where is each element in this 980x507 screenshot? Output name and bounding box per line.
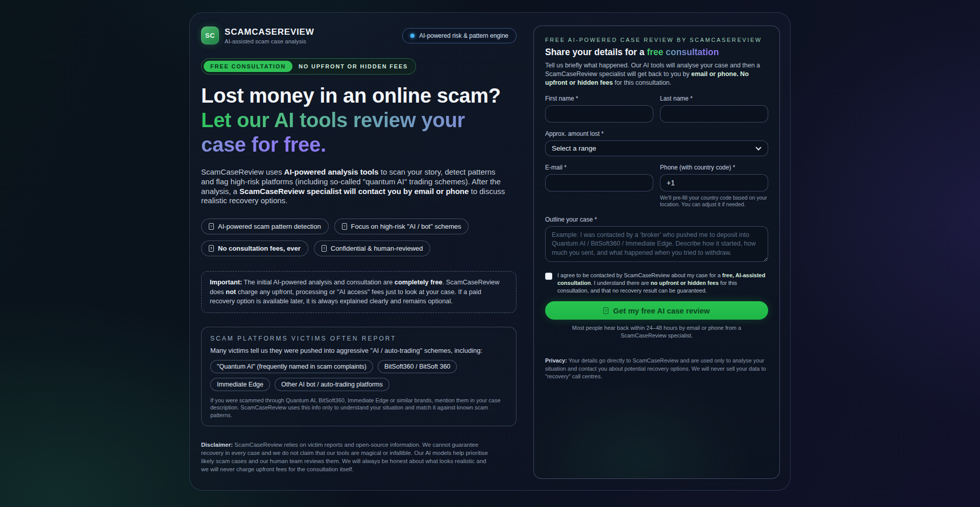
platform-chip: BitSoft360 / BitSoft 360 [378, 360, 457, 373]
feature-chip-label: No consultation fees, ever [218, 245, 301, 252]
form-title: Share your details for a free consultati… [545, 47, 768, 58]
feature-chips: AI-powered scam pattern detection Focus … [201, 219, 487, 256]
disclaimer: Disclaimer: ScamCaseReview relies on vic… [201, 441, 491, 473]
phone-input[interactable] [660, 174, 768, 191]
feature-chip: No consultation fees, ever [201, 240, 308, 256]
platforms-description: Many victims tell us they were pushed in… [210, 347, 507, 354]
missing-glyph-icon [209, 223, 214, 230]
missing-glyph-icon [342, 223, 347, 230]
platform-chips: "Quantum AI" (frequently named in scam c… [210, 360, 507, 391]
phone-helper-text: We'll pre-fill your country code based o… [660, 195, 768, 208]
missing-glyph-icon [322, 245, 327, 252]
brand: SC SCAMCASEREVIEW AI-assisted scam case … [201, 27, 314, 44]
case-outline-textarea[interactable] [545, 226, 768, 262]
no-fees-label: NO UPFRONT OR HIDDEN FEES [299, 63, 408, 69]
platform-chip: Other AI bot / auto-trading platforms [275, 378, 389, 391]
brand-initials: SC [205, 32, 215, 39]
feature-chip-label: Focus on high-risk "AI / bot" schemes [351, 223, 461, 230]
platforms-footnote: If you were scammed through Quantum AI, … [210, 397, 507, 420]
email-label: E-mail * [545, 164, 653, 171]
missing-glyph-icon [209, 245, 214, 252]
first-name-input[interactable] [545, 105, 653, 123]
response-time-note: Most people hear back within 24–48 hours… [545, 324, 768, 340]
status-dot-icon [410, 34, 414, 38]
brand-logo-icon: SC [201, 27, 219, 44]
platforms-panel: SCAM PLATFORMS VICTIMS OFTEN REPORT Many… [201, 327, 517, 427]
missing-glyph-icon [603, 307, 608, 314]
submit-button-label: Get my free AI case review [613, 306, 710, 315]
brand-tagline: AI-assisted scam case analysis [225, 38, 314, 44]
header-row: SC SCAMCASEREVIEW AI-assisted scam case … [201, 27, 517, 44]
headline-gradient: Let our AI tools review your case for fr… [201, 109, 465, 156]
feature-chip: AI-powered scam pattern detection [201, 219, 329, 234]
consent-row: I agree to be contacted by ScamCaseRevie… [545, 272, 768, 295]
free-consultation-pill: FREE CONSULTATION [204, 61, 292, 72]
brand-name: SCAMCASEREVIEW [225, 27, 314, 37]
feature-chip-label: Confidential & human-reviewed [331, 245, 423, 252]
feature-chip-label: AI-powered scam pattern detection [218, 223, 321, 230]
intro-paragraph: ScamCaseReview uses AI-powered analysis … [201, 167, 507, 206]
phone-label: Phone (with country code) * [660, 164, 768, 171]
brand-text: SCAMCASEREVIEW AI-assisted scam case ana… [225, 27, 314, 44]
engine-badge: AI-powered risk & pattern engine [402, 28, 517, 43]
main-container: SC SCAMCASEREVIEW AI-assisted scam case … [189, 12, 791, 491]
headline-plain: Lost money in an online scam? [201, 84, 501, 107]
platforms-title: SCAM PLATFORMS VICTIMS OFTEN REPORT [210, 335, 507, 342]
case-review-form-card: FREE AI-POWERED CASE REVIEW BY SCAMCASER… [533, 26, 780, 479]
important-notice: Important: The initial AI-powered analys… [201, 271, 517, 313]
engine-badge-label: AI-powered risk & pattern engine [419, 32, 508, 39]
privacy-note: Privacy: Your details go directly to Sca… [545, 357, 768, 380]
amount-lost-select-wrap: Select a range [545, 140, 768, 156]
left-panel: SC SCAMCASEREVIEW AI-assisted scam case … [201, 26, 517, 477]
outline-label: Outline your case * [545, 216, 768, 223]
submit-button[interactable]: Get my free AI case review [545, 301, 768, 320]
last-name-label: Last name * [660, 95, 768, 102]
feature-chip: Focus on high-risk "AI / bot" schemes [334, 219, 469, 234]
email-input[interactable] [545, 174, 653, 191]
consent-checkbox[interactable] [545, 273, 552, 280]
form-kicker: FREE AI-POWERED CASE REVIEW BY SCAMCASER… [545, 37, 768, 43]
platform-chip: Immediate Edge [210, 378, 270, 391]
hero-pill: FREE CONSULTATION NO UPFRONT OR HIDDEN F… [201, 58, 416, 75]
form-intro: Tell us briefly what happened. Our AI to… [545, 61, 768, 87]
first-name-label: First name * [545, 95, 653, 102]
feature-chip: Confidential & human-reviewed [314, 240, 431, 256]
page-title: Lost money in an online scam? Let our AI… [201, 83, 502, 157]
consent-text: I agree to be contacted by ScamCaseRevie… [557, 272, 768, 295]
case-review-form: First name * Last name * Approx. amount … [545, 87, 768, 320]
last-name-input[interactable] [660, 105, 768, 123]
platform-chip: "Quantum AI" (frequently named in scam c… [210, 360, 373, 373]
amount-lost-select[interactable]: Select a range [545, 140, 768, 156]
amount-lost-label: Approx. amount lost * [545, 130, 768, 137]
